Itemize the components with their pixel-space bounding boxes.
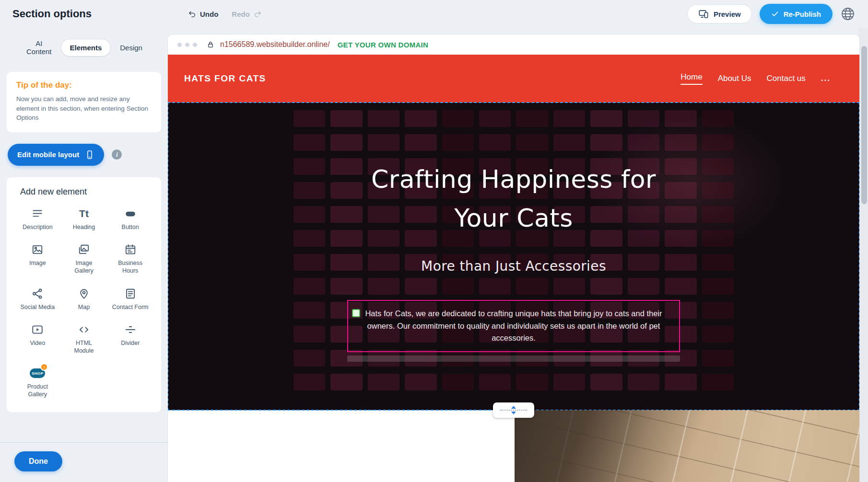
nav-more-button[interactable]: ... bbox=[821, 74, 831, 83]
site-url: n1566589.websitebuilder.online/ bbox=[220, 40, 330, 49]
tip-of-the-day-panel: Tip of the day: Now you can add, move an… bbox=[7, 72, 161, 132]
redo-button[interactable]: Redo bbox=[232, 10, 262, 18]
info-icon[interactable]: i bbox=[112, 149, 122, 160]
site-preview-window: n1566589.websitebuilder.online/ GET YOUR… bbox=[168, 34, 859, 482]
browser-bar: n1566589.websitebuilder.online/ GET YOUR… bbox=[168, 34, 859, 55]
element-product-gallery[interactable]: SHOP ↑ Product Gallery bbox=[14, 367, 61, 398]
nav-home[interactable]: Home bbox=[680, 72, 702, 85]
divider-icon bbox=[124, 323, 137, 336]
element-label: Divider bbox=[121, 340, 140, 347]
done-button[interactable]: Done bbox=[14, 451, 62, 471]
tab-design[interactable]: Design bbox=[111, 39, 152, 57]
lock-icon bbox=[207, 41, 214, 48]
phone-icon bbox=[85, 150, 94, 160]
nav-contact-us[interactable]: Contact us bbox=[767, 74, 806, 83]
element-label: Heading bbox=[73, 224, 95, 231]
sidebar-footer: Done bbox=[0, 442, 168, 482]
element-grid: Description Tt Heading Button Image bbox=[14, 207, 153, 399]
globe-icon bbox=[840, 6, 856, 22]
element-map[interactable]: Map bbox=[61, 287, 107, 311]
scrollbar-thumb[interactable] bbox=[861, 46, 867, 204]
hero-subheading[interactable]: More than Just Accessories bbox=[421, 258, 606, 274]
hero-section-selected[interactable]: Crafting Happiness for Your Cats More th… bbox=[168, 103, 859, 410]
element-image-gallery[interactable]: Image Gallery bbox=[61, 243, 107, 275]
element-contact-form[interactable]: Contact Form bbox=[107, 287, 153, 311]
image-gallery-icon bbox=[78, 243, 90, 256]
element-social-media[interactable]: Social Media bbox=[14, 287, 61, 311]
edit-mobile-layout-button[interactable]: Edit mobile layout bbox=[8, 144, 104, 166]
hero-heading[interactable]: Crafting Happiness for Your Cats bbox=[371, 160, 656, 237]
element-divider[interactable]: Divider bbox=[107, 323, 153, 355]
selected-paragraph-element[interactable]: Hats for Cats, we are dedicated to craft… bbox=[347, 300, 680, 352]
element-label: Social Media bbox=[21, 304, 55, 311]
sidebar-tabs: AI Content Elements Design bbox=[7, 28, 161, 60]
tip-title: Tip of the day: bbox=[16, 80, 152, 90]
hero-content: Crafting Happiness for Your Cats More th… bbox=[168, 103, 859, 410]
element-heading[interactable]: Tt Heading bbox=[61, 207, 107, 231]
element-html-module[interactable]: HTML Module bbox=[61, 323, 107, 355]
element-placeholder-bar bbox=[347, 356, 680, 362]
website-preview: HATS FOR CATS Home About Us Contact us .… bbox=[168, 55, 859, 482]
business-hours-icon bbox=[124, 243, 137, 256]
site-header: HATS FOR CATS Home About Us Contact us .… bbox=[168, 55, 859, 103]
get-domain-link[interactable]: GET YOUR OWN DOMAIN bbox=[338, 41, 429, 49]
edit-mobile-layout-label: Edit mobile layout bbox=[17, 150, 79, 159]
undo-icon bbox=[188, 10, 196, 18]
element-drag-handle[interactable] bbox=[352, 309, 360, 317]
tab-ai-content[interactable]: AI Content bbox=[17, 34, 61, 60]
element-label: Description bbox=[23, 224, 53, 231]
hero-paragraph[interactable]: Hats for Cats, we are dedicated to craft… bbox=[361, 308, 667, 344]
element-label: Button bbox=[122, 224, 139, 231]
add-element-title: Add new element bbox=[20, 187, 153, 197]
html-module-icon bbox=[78, 323, 90, 336]
preview-button[interactable]: Preview bbox=[687, 4, 752, 23]
button-icon bbox=[124, 207, 137, 220]
add-element-panel: Add new element Description Tt Heading B… bbox=[7, 177, 161, 412]
element-image[interactable]: Image bbox=[14, 243, 61, 275]
element-business-hours[interactable]: Business Hours bbox=[107, 243, 153, 275]
body-row: AI Content Elements Design Tip of the da… bbox=[0, 28, 868, 482]
app: Section options Undo Redo Preview Re-Pub… bbox=[0, 0, 868, 482]
arrow-down-icon bbox=[511, 412, 516, 414]
pavement-photo bbox=[515, 410, 859, 482]
tab-elements[interactable]: Elements bbox=[61, 39, 111, 57]
devices-icon bbox=[698, 9, 709, 19]
topbar-actions: Preview Re-Publish bbox=[687, 4, 856, 24]
image-icon bbox=[31, 243, 44, 256]
element-label: Map bbox=[78, 304, 90, 311]
element-button[interactable]: Button bbox=[107, 207, 153, 231]
video-icon bbox=[31, 323, 44, 336]
topbar: Section options Undo Redo Preview Re-Pub… bbox=[0, 0, 868, 28]
page-scrollbar[interactable] bbox=[859, 28, 868, 482]
section-resize-handle[interactable] bbox=[493, 402, 534, 418]
republish-label: Re-Publish bbox=[784, 10, 821, 18]
tip-body: Now you can add, move and resize any ele… bbox=[16, 94, 152, 123]
element-label: Video bbox=[30, 340, 45, 347]
product-gallery-icon: SHOP ↑ bbox=[30, 367, 45, 379]
language-globe-button[interactable] bbox=[840, 6, 856, 22]
contact-form-icon bbox=[124, 287, 137, 300]
element-video[interactable]: Video bbox=[14, 323, 61, 355]
history-controls: Undo Redo bbox=[188, 10, 262, 18]
next-section-white-block bbox=[168, 410, 515, 482]
undo-button[interactable]: Undo bbox=[188, 10, 218, 18]
drag-dots-icon bbox=[500, 410, 527, 411]
redo-icon bbox=[254, 10, 262, 18]
hero-heading-line2: Your Cats bbox=[371, 199, 656, 238]
check-icon bbox=[771, 10, 779, 18]
nav-about-us[interactable]: About Us bbox=[718, 74, 751, 83]
element-description[interactable]: Description bbox=[14, 207, 61, 231]
preview-label: Preview bbox=[714, 10, 741, 18]
upgrade-badge-icon: ↑ bbox=[40, 363, 48, 371]
element-label: HTML Module bbox=[66, 340, 102, 355]
undo-label: Undo bbox=[200, 10, 218, 18]
element-label: Product Gallery bbox=[19, 383, 56, 398]
republish-button[interactable]: Re-Publish bbox=[760, 4, 833, 24]
section-options-sidebar: AI Content Elements Design Tip of the da… bbox=[0, 28, 168, 482]
hero-heading-line1: Crafting Happiness for bbox=[371, 160, 656, 199]
arrow-up-icon bbox=[511, 406, 516, 409]
redo-label: Redo bbox=[232, 10, 250, 18]
site-logo[interactable]: HATS FOR CATS bbox=[184, 73, 266, 84]
element-label: Business Hours bbox=[112, 260, 149, 275]
page-title: Section options bbox=[12, 8, 92, 20]
